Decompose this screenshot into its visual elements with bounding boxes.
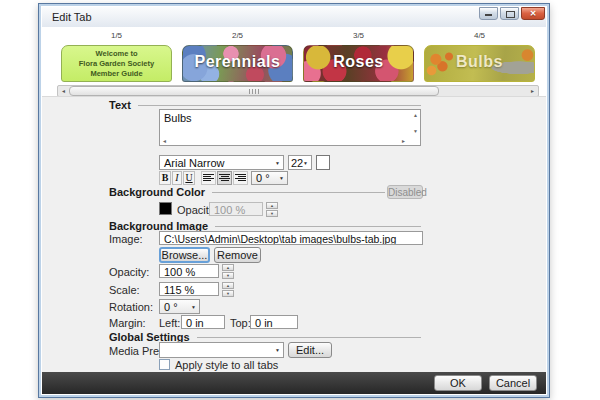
- scroll-left-icon[interactable]: ◄: [58, 86, 69, 96]
- margin-left-field[interactable]: 0 in: [181, 315, 225, 329]
- bgcolor-opacity-field: 100 %: [209, 202, 263, 216]
- tab-page-label-3: 3/5: [303, 31, 414, 41]
- spin-up-icon[interactable]: ▲: [222, 282, 234, 289]
- chevron-down-icon: ▼: [275, 160, 280, 166]
- font-size-value: 22: [291, 157, 303, 169]
- cancel-button[interactable]: Cancel: [489, 375, 537, 391]
- minimize-button[interactable]: [479, 7, 498, 20]
- chevron-down-icon: ▼: [275, 347, 280, 353]
- spin-up-icon[interactable]: ▲: [222, 264, 234, 271]
- section-divider: [215, 226, 421, 227]
- scrollbar-thumb[interactable]: [69, 86, 439, 96]
- textarea-scroll-right-icon[interactable]: ►: [401, 138, 406, 144]
- image-path-field[interactable]: C:\Users\Admin\Desktop\tab images\bulbs-…: [159, 231, 423, 245]
- margin-top-label: Top:: [230, 317, 251, 329]
- margin-left-label: Left:: [159, 317, 180, 329]
- edit-tab-dialog: Edit Tab ✕ 1/5 2/5 3/5 4/5 Welcome to Fl…: [38, 3, 550, 398]
- chevron-down-icon: ▼: [279, 175, 284, 181]
- spin-down-icon[interactable]: ▼: [266, 210, 278, 217]
- tab-title-perennials: Perennials: [183, 53, 292, 71]
- tab-preview-welcome[interactable]: Welcome to Flora Garden Society Member G…: [61, 45, 172, 82]
- scrollbar-grip-icon: [249, 89, 260, 94]
- bgcolor-opacity-stepper[interactable]: ▲ ▼: [266, 202, 278, 217]
- spin-up-icon[interactable]: ▲: [266, 202, 278, 209]
- textarea-scroll-up-icon[interactable]: ▲: [413, 112, 418, 118]
- tab-page-label-4: 4/5: [424, 31, 535, 41]
- tab-text-textarea[interactable]: Bulbs ▲ ▼ ◄ ►: [159, 109, 421, 146]
- chevron-down-icon: ▼: [303, 160, 308, 166]
- close-icon: ✕: [530, 9, 537, 18]
- font-size-select[interactable]: 22 ▼: [288, 155, 312, 170]
- text-color-swatch[interactable]: [316, 155, 330, 170]
- text-rotation-select[interactable]: 0 ° ▼: [251, 171, 288, 185]
- apply-style-checkbox[interactable]: [159, 359, 170, 370]
- textarea-scroll-down-icon[interactable]: ▼: [413, 128, 418, 134]
- tab-title-bulbs: Bulbs: [425, 53, 534, 71]
- welcome-line-3: Member Guide: [62, 69, 171, 79]
- close-button[interactable]: ✕: [521, 7, 545, 20]
- tab-preview-bulbs[interactable]: Bulbs: [424, 45, 535, 82]
- italic-button[interactable]: I: [172, 171, 182, 185]
- window-title: Edit Tab: [52, 11, 92, 23]
- image-opacity-field[interactable]: 100 %: [159, 264, 219, 278]
- maximize-button[interactable]: [500, 7, 519, 20]
- tab-preview-perennials[interactable]: Perennials: [182, 45, 293, 82]
- apply-style-label: Apply style to all tabs: [175, 359, 278, 371]
- margin-label: Margin:: [109, 317, 146, 329]
- textarea-scroll-left-icon[interactable]: ◄: [162, 138, 167, 144]
- align-center-button[interactable]: [217, 171, 232, 185]
- remove-button[interactable]: Remove: [214, 247, 261, 263]
- image-label: Image:: [109, 233, 143, 245]
- ok-button[interactable]: OK: [434, 375, 482, 391]
- rotation-label: Rotation:: [109, 301, 153, 313]
- spin-down-icon[interactable]: ▼: [222, 290, 234, 297]
- screenshot: Edit Tab ✕ 1/5 2/5 3/5 4/5 Welcome to Fl…: [0, 0, 600, 400]
- rotation-value: 0 °: [164, 301, 178, 313]
- section-divider: [212, 192, 385, 193]
- background-color-title: Background Color: [109, 186, 205, 198]
- welcome-line-2: Flora Garden Society: [62, 59, 171, 69]
- tab-text-value: Bulbs: [164, 112, 192, 124]
- dialog-footer: OK Cancel: [42, 372, 546, 394]
- scroll-right-icon[interactable]: ►: [527, 86, 538, 96]
- font-family-select[interactable]: Arial Narrow ▼: [159, 155, 284, 170]
- tab-page-label-2: 2/5: [182, 31, 293, 41]
- scale-field[interactable]: 115 %: [159, 282, 219, 296]
- margin-top-field[interactable]: 0 in: [250, 315, 298, 329]
- section-divider: [138, 105, 421, 106]
- bgcolor-disabled-button[interactable]: Disabled: [387, 185, 423, 199]
- rotation-select[interactable]: 0 ° ▼: [159, 299, 200, 314]
- image-opacity-label: Opacity:: [109, 266, 149, 278]
- media-preset-select[interactable]: ▼: [159, 342, 284, 358]
- tab-title-roses: Roses: [304, 53, 413, 71]
- minimize-icon: [485, 14, 492, 16]
- edit-preset-button[interactable]: Edit...: [288, 342, 332, 358]
- spin-down-icon[interactable]: ▼: [222, 272, 234, 279]
- browse-button[interactable]: Browse...: [159, 247, 210, 263]
- bold-button[interactable]: B: [159, 171, 171, 185]
- scale-stepper[interactable]: ▲ ▼: [222, 282, 234, 297]
- tab-preview-roses[interactable]: Roses: [303, 45, 414, 82]
- align-left-button[interactable]: [201, 171, 216, 185]
- section-divider: [197, 337, 421, 338]
- bgcolor-swatch[interactable]: [159, 202, 172, 215]
- maximize-icon: [506, 11, 515, 18]
- chevron-down-icon: ▼: [191, 304, 196, 310]
- text-rotation-value: 0 °: [256, 172, 270, 184]
- tab-page-label-1: 1/5: [61, 31, 172, 41]
- background-color-header: Background Color: [109, 186, 385, 198]
- welcome-line-1: Welcome to: [62, 49, 171, 59]
- underline-button[interactable]: U: [183, 171, 195, 185]
- scale-label: Scale:: [109, 284, 140, 296]
- image-opacity-stepper[interactable]: ▲ ▼: [222, 264, 234, 279]
- titlebar[interactable]: Edit Tab ✕: [42, 7, 546, 28]
- align-right-button[interactable]: [233, 171, 248, 185]
- font-family-value: Arial Narrow: [164, 157, 225, 169]
- text-section-title: Text: [109, 99, 131, 111]
